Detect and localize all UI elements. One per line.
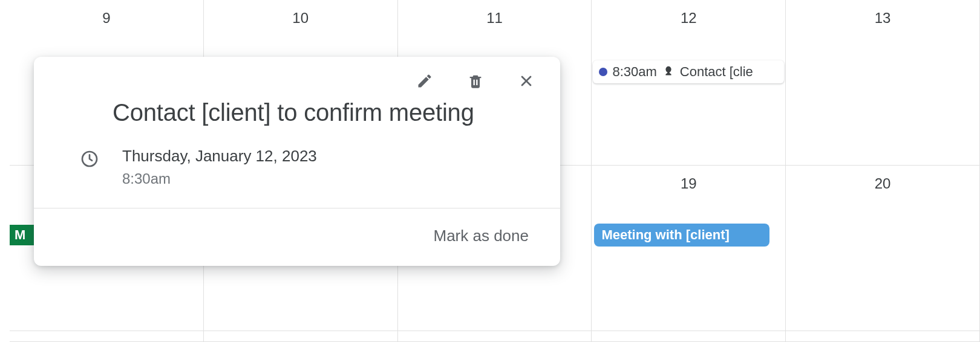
popover-footer: Mark as done [34, 208, 560, 266]
day-cell-13[interactable]: 13 [786, 0, 980, 166]
date-number: 11 [398, 0, 592, 27]
date-number: 13 [786, 0, 979, 27]
day-cell-r3c1[interactable] [10, 331, 204, 342]
day-cell-20[interactable]: 20 [786, 166, 980, 331]
date-number: 12 [592, 0, 785, 27]
date-number: 10 [204, 0, 397, 27]
date-number: 19 [592, 166, 785, 192]
event-title-partial: M [15, 227, 25, 243]
calendar-dot-icon [599, 68, 607, 76]
pencil-icon [416, 73, 433, 92]
popover-toolbar [34, 57, 560, 94]
day-cell-r3c3[interactable] [398, 331, 592, 342]
popover-datetime-row: Thursday, January 12, 2023 8:30am [34, 126, 560, 208]
event-chip-meeting-client[interactable]: Meeting with [client] [594, 224, 769, 247]
day-cell-r3c4[interactable] [592, 331, 786, 342]
task-title: Contact [clie [680, 64, 753, 80]
popover-title: Contact [client] to confirm meeting [34, 94, 560, 126]
mark-as-done-button[interactable]: Mark as done [426, 223, 536, 249]
task-icon [662, 65, 675, 79]
popover-date: Thursday, January 12, 2023 [122, 147, 317, 166]
close-button[interactable] [514, 70, 538, 94]
close-icon [518, 73, 535, 92]
day-cell-r3c5[interactable] [786, 331, 980, 342]
edit-button[interactable] [413, 70, 437, 94]
mark-as-done-label: Mark as done [433, 227, 529, 245]
clock-icon [77, 147, 102, 169]
popover-time: 8:30am [122, 170, 317, 187]
day-cell-r3c2[interactable] [204, 331, 398, 342]
trash-icon [467, 73, 484, 92]
day-cell-19[interactable]: 19 Meeting with [client] [592, 166, 786, 331]
event-popover: Contact [client] to confirm meeting Thur… [34, 57, 560, 266]
task-time: 8:30am [612, 64, 656, 80]
date-number: 9 [10, 0, 203, 27]
delete-button[interactable] [463, 70, 488, 94]
event-title: Meeting with [client] [601, 227, 729, 243]
date-number: 20 [786, 166, 979, 192]
day-cell-12[interactable]: 12 8:30am Contact [clie [592, 0, 786, 166]
task-chip-contact-client[interactable]: 8:30am Contact [clie [593, 60, 784, 83]
